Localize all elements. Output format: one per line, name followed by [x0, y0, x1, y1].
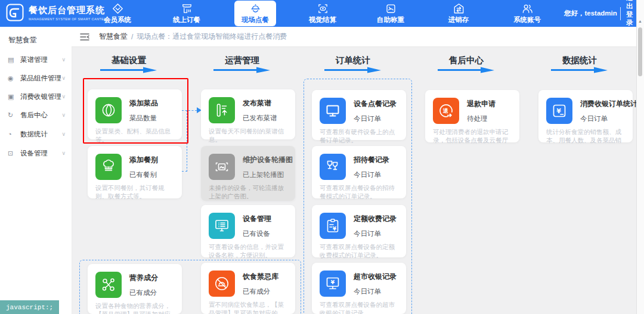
- nav-label: 进销存: [448, 15, 469, 24]
- sidebar-item-label: 菜谱管理: [20, 55, 48, 64]
- carousel-image-icon: [209, 154, 235, 180]
- nav-label: 视觉结算: [309, 15, 336, 24]
- card-add-dish[interactable]: 添加菜品 菜品数量 设置菜类、配料、菜品信息等。: [88, 89, 182, 139]
- canteen-logo-icon: [6, 4, 24, 21]
- card-title: 设备点餐记录: [354, 99, 397, 109]
- card-title: 维护设备轮播图: [243, 155, 293, 165]
- menu-book-icon: ▤: [8, 56, 16, 64]
- nav-onsite-ordering[interactable]: 现场点餐: [234, 1, 276, 26]
- card-add-meal-type[interactable]: 添加餐别 已有餐别 设置不同餐别，其订餐规则、取餐方式等。: [88, 146, 182, 198]
- diamond-member-icon: [112, 3, 123, 14]
- arrow-underline: [324, 67, 382, 73]
- card-title: 消费收银订单统计: [580, 99, 637, 109]
- device-mgmt-icon: ⊡: [8, 150, 16, 157]
- clipboard-yuan-icon: ¥: [320, 213, 346, 239]
- nav-member-system[interactable]: 会员系统: [97, 0, 138, 27]
- card-stat: 今日订单: [580, 114, 608, 123]
- svg-text:¥: ¥: [556, 107, 561, 115]
- nav-system-account[interactable]: 系统账号: [506, 0, 548, 27]
- card-title: 饮食禁忌库: [243, 272, 278, 282]
- nav-label: 自助称重: [377, 15, 404, 24]
- column-title-order-stats: 订单统计: [317, 55, 389, 66]
- sidebar-item-label: 售后中心: [20, 111, 48, 120]
- card-desc: 可查看双屏点餐设备的超市收银的订单记录。: [320, 300, 400, 314]
- nav-inventory[interactable]: 进销存: [438, 0, 479, 27]
- card-supermarket-cashier-records[interactable]: ¥ 超市收银记录 今日订单 可查看双屏点餐设备的超市收银的订单记录。: [312, 263, 406, 314]
- inventory-icon: [453, 3, 465, 14]
- vertical-scrollbar[interactable]: ▲: [636, 0, 644, 314]
- sidebar-item-dish-components[interactable]: ◉ 菜品组件管理 ∨: [0, 69, 72, 87]
- dine-in-icon: [250, 3, 261, 14]
- card-title: 添加菜品: [129, 98, 158, 108]
- card-title: 招待餐记录: [354, 155, 389, 165]
- card-hospitality-meal-records[interactable]: 招待餐记录 今日订单 可查看双屏点餐设备的招待餐模式的订单记录。: [312, 146, 406, 198]
- nav-self-weighing[interactable]: 自助称重: [370, 0, 411, 27]
- aftersales-icon: ↻: [8, 111, 16, 119]
- card-title: 设备管理: [243, 214, 271, 224]
- card-dietary-taboo[interactable]: 饮食禁忌库 已有成分 置不同病症饮食禁忌，【菜品管理】里可添加对应的。: [201, 263, 295, 314]
- collapse-sidebar-icon[interactable]: [80, 33, 89, 41]
- scale-icon: [385, 3, 397, 14]
- card-device-management[interactable]: 设备管理 已有设备 可查看设备的信息，并设置设备名称，方便识别。: [201, 205, 295, 257]
- card-desc: 设置各种食物的营养成分，【菜品管理】里可添加对应的食物及分...: [95, 301, 176, 314]
- card-desc: 统计分析食堂的销售额、成本、用餐人数、及各菜品销量、餐别等...: [546, 128, 627, 144]
- card-publish-menu[interactable]: 发布菜谱 已发布菜谱 设置每天不同餐别的菜谱信息。: [201, 89, 295, 139]
- nav-online-ordering[interactable]: 线上订餐: [166, 0, 208, 27]
- cashier-mgmt-icon: ▣: [8, 93, 16, 101]
- sidebar-item-label: 数据统计: [20, 130, 48, 139]
- card-desc: 可处理消费者的退款申请记录，包括设备点餐及云餐厅H5上的订单...: [433, 128, 513, 144]
- card-nutrition[interactable]: 营养成分 已有成分 设置各种食物的营养成分，【菜品管理】里可添加对应的食物及分.…: [88, 264, 182, 314]
- card-desc: 设置菜类、配料、菜品信息等。: [95, 127, 176, 144]
- card-desc: 未操作的设备，可轮流播放上架的广告图。: [209, 184, 289, 200]
- column-title-basic-settings: 基础设置: [93, 55, 165, 66]
- breadcrumb-current: 现场点餐：通过食堂现场智能终端进行点餐消费: [137, 32, 287, 42]
- card-stat: 今日订单: [354, 287, 381, 296]
- sidebar-title: 智慧食堂: [8, 35, 37, 45]
- user-area: 您好，testadmin 退出登录: [564, 0, 636, 27]
- connector-line: [182, 171, 187, 172]
- data-stats-icon: ◔: [8, 130, 16, 138]
- card-stat: 菜品数量: [129, 114, 157, 123]
- card-carousel-maintenance[interactable]: 维护设备轮播图 已上架轮播图 未操作的设备，可轮流播放上架的广告图。: [201, 146, 295, 201]
- card-device-order-records[interactable]: 设备点餐记录 今日订单 可查看所有硬件设备上的点餐订单记录。: [312, 90, 406, 140]
- card-desc: 设置每天不同餐别的菜谱信息。: [209, 127, 289, 144]
- card-title: 超市收银记录: [354, 272, 397, 282]
- vegetable-icon: [95, 97, 122, 123]
- nav-vision-settlement[interactable]: 视觉结算: [302, 0, 343, 27]
- publish-menu-icon: [209, 97, 235, 123]
- card-desc: 设置不同餐别，其订餐规则、取餐方式等。: [95, 184, 176, 200]
- storefront-icon: [181, 3, 193, 14]
- card-stat: 待处理: [467, 114, 488, 123]
- wine-glasses-icon: [320, 154, 346, 180]
- column-title-aftersales: 售后中心: [431, 55, 502, 66]
- card-refund-application[interactable]: 退 退款申请 待处理 可处理消费者的退款申请记录，包括设备点餐及云餐厅H5上的订…: [425, 90, 519, 142]
- card-title: 添加餐别: [129, 155, 158, 165]
- scrollbar-up-arrow[interactable]: ▲: [638, 19, 642, 23]
- card-cashier-order-statistics[interactable]: ¥ 消费收银订单统计 今日订单 统计分析食堂的销售额、成本、用餐人数、及各菜品销…: [538, 90, 633, 142]
- connector-line: [182, 110, 197, 111]
- sidebar: 智慧食堂 ▤ 菜谱管理 ∨ ◉ 菜品组件管理 ∨ ▣ 消费收银管理 ∨ ↻ 售后…: [0, 27, 72, 314]
- sidebar-item-cashier-mgmt[interactable]: ▣ 消费收银管理 ∨: [0, 88, 72, 105]
- chevron-down-icon: ∨: [61, 112, 66, 118]
- card-desc: 可查看所有硬件设备上的点餐订单记录。: [320, 128, 400, 144]
- no-food-icon: [209, 271, 235, 297]
- browser-status-text: javascript:;: [0, 300, 59, 314]
- column-title-operations: 运营管理: [206, 55, 278, 66]
- sidebar-item-device-mgmt[interactable]: ⊡ 设备管理 ∨: [0, 144, 72, 162]
- card-title: 营养成分: [129, 273, 158, 283]
- nav-label: 会员系统: [104, 15, 131, 24]
- sidebar-item-label: 消费收银管理: [20, 92, 61, 101]
- card-desc: 可查看设备的信息，并设置设备名称，方便识别。: [209, 243, 289, 259]
- monitor-yuan-icon: ¥: [320, 271, 346, 297]
- device-list-icon: [209, 213, 235, 239]
- breadcrumb-root[interactable]: 智慧食堂: [99, 32, 128, 42]
- sidebar-item-data-stats[interactable]: ◔ 数据统计 ∨: [0, 125, 72, 143]
- arrow-underline: [438, 67, 495, 73]
- scrollbar-thumb[interactable]: [638, 27, 642, 76]
- card-fixed-fee-records[interactable]: ¥ 定额收费记录 今日订单 可查看双屏点餐设备的定额收费模式的订单记录。: [312, 205, 406, 257]
- card-stat: 已上架轮播图: [243, 170, 284, 179]
- vision-scan-icon: [317, 3, 329, 14]
- card-title: 定额收费记录: [354, 214, 397, 224]
- sidebar-item-menu-mgmt[interactable]: ▤ 菜谱管理 ∨: [0, 51, 72, 69]
- sidebar-item-aftersales[interactable]: ↻ 售后中心 ∨: [0, 106, 72, 124]
